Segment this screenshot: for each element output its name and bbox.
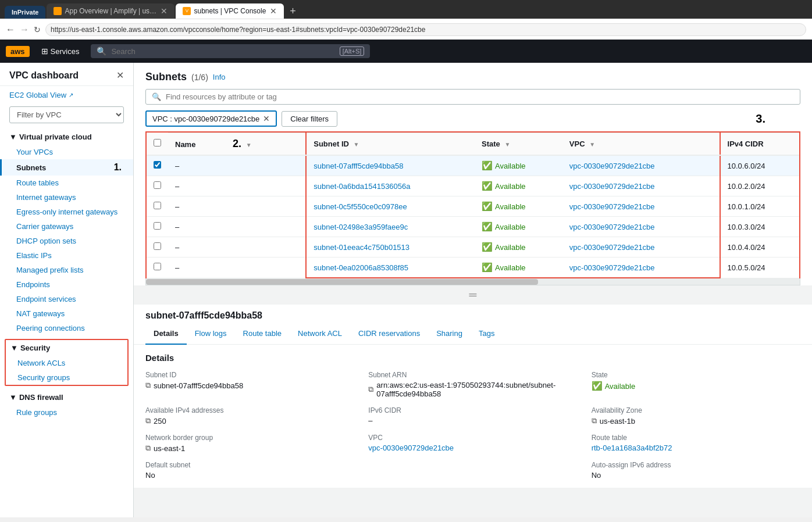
new-tab-button[interactable]: + [285, 4, 301, 19]
sidebar-section-header-vpc[interactable]: ▼ Virtual private cloud [0, 129, 133, 145]
sidebar-item-peering[interactable]: Peering connections [0, 321, 133, 335]
aws-logo[interactable]: aws [6, 46, 30, 57]
subnet-id-link[interactable]: subnet-01eeac4c750b01513 [314, 243, 409, 252]
sidebar-item-dhcp[interactable]: DHCP option sets [0, 234, 133, 248]
row-subnet-id[interactable]: subnet-0c5f550ce0c0978ee [306, 196, 475, 217]
sidebar-item-nat-gw[interactable]: NAT gateways [0, 306, 133, 321]
sidebar-item-network-acls[interactable]: Network ACLs [6, 356, 127, 370]
sidebar-item-endpoints[interactable]: Endpoints [0, 277, 133, 292]
copy-nbg-icon[interactable]: ⧉ [145, 444, 151, 453]
row-subnet-id[interactable]: subnet-02498e3a959faee9c [306, 217, 475, 237]
row-checkbox-cell[interactable] [147, 237, 168, 258]
services-menu[interactable]: ⊞ Services [37, 44, 84, 58]
sidebar-item-rule-groups[interactable]: Rule groups [0, 405, 133, 420]
copy-arn-icon[interactable]: ⧉ [368, 385, 373, 394]
row-vpc[interactable]: vpc-0030e90729de21cbe [562, 155, 713, 176]
vpc-link[interactable]: vpc-0030e90729de21cbe [569, 162, 655, 170]
tab-details[interactable]: Details [145, 323, 187, 345]
global-search-input[interactable] [111, 47, 334, 56]
row-checkbox[interactable] [154, 263, 161, 270]
row-checkbox-cell[interactable] [147, 258, 168, 278]
copy-az-icon[interactable]: ⧉ [592, 416, 597, 426]
filter-search-input[interactable] [166, 92, 794, 101]
sidebar-item-carrier-gw[interactable]: Carrier gateways [0, 219, 133, 234]
divider-handle[interactable]: ═ [469, 289, 477, 301]
sidebar-item-your-vpcs[interactable]: Your VPCs [0, 145, 133, 159]
subnet-id-link[interactable]: subnet-0a6bda1541536056a [314, 182, 410, 191]
col-vpc-sort[interactable]: ▼ [589, 141, 595, 148]
tab-sharing[interactable]: Sharing [428, 323, 471, 345]
col-name-sort[interactable]: ▼ [246, 142, 252, 148]
row-subnet-id[interactable]: subnet-01eeac4c750b01513 [306, 237, 475, 258]
vpc-link[interactable]: vpc-0030e90729de21cbe [569, 202, 655, 211]
tab-tags[interactable]: Tags [471, 323, 503, 345]
row-subnet-id[interactable]: subnet-07afff5cde94bba58 [306, 155, 475, 176]
subnet-id-link[interactable]: subnet-02498e3a959faee9c [314, 223, 408, 231]
col-state-sort[interactable]: ▼ [504, 141, 510, 148]
row-checkbox-cell[interactable] [147, 217, 168, 237]
copy-ipv4-icon[interactable]: ⧉ [145, 416, 151, 426]
global-search-bar[interactable]: 🔍 [Alt+S] [91, 44, 370, 58]
sidebar-item-elastic-ips[interactable]: Elastic IPs [0, 248, 133, 263]
filter-search-box[interactable]: 🔍 [145, 89, 800, 105]
row-checkbox[interactable] [154, 161, 161, 169]
tab-network-acl[interactable]: Network ACL [290, 323, 350, 345]
amplify-tab-close[interactable]: ✕ [161, 6, 168, 16]
vpc-link[interactable]: vpc-0030e90729de21cbe [569, 243, 655, 252]
sidebar-item-subnets[interactable]: Subnets 1. [0, 159, 133, 176]
ec2-global-link[interactable]: EC2 Global View ↗ [0, 86, 133, 104]
field-vpc-value[interactable]: vpc-0030e90729de21cbe [368, 444, 577, 452]
row-subnet-id[interactable]: subnet-0ea02006a85308f85 [306, 258, 475, 278]
col-header-name[interactable]: Name 2. ▼ [168, 133, 306, 156]
sidebar-item-prefix-lists[interactable]: Managed prefix lists [0, 263, 133, 277]
browser-tab-vpc[interactable]: V subnets | VPC Console ✕ [176, 3, 284, 19]
sidebar-item-route-tables[interactable]: Route tables [0, 176, 133, 190]
tab-route-table[interactable]: Route table [235, 323, 290, 345]
row-checkbox-cell[interactable] [147, 155, 168, 176]
row-vpc[interactable]: vpc-0030e90729de21cbe [562, 176, 713, 196]
filter-vpc-select[interactable]: Filter by VPC [9, 106, 124, 123]
vpc-link[interactable]: vpc-0030e90729de21cbe [569, 263, 655, 272]
copy-subnet-id-icon[interactable]: ⧉ [145, 381, 151, 390]
filter-remove-icon[interactable]: ✕ [263, 114, 270, 123]
nav-back-button[interactable]: ← [6, 24, 15, 35]
col-header-ipv4[interactable]: IPv4 CIDR [720, 133, 799, 156]
nav-forward-button[interactable]: → [20, 24, 29, 35]
row-vpc[interactable]: vpc-0030e90729de21cbe [562, 196, 713, 217]
col-header-subnet-id[interactable]: Subnet ID ▼ [306, 133, 475, 156]
vpc-link[interactable]: vpc-0030e90729de21cbe [569, 182, 655, 191]
vpc-link[interactable]: vpc-0030e90729de21cbe [569, 223, 655, 231]
address-input[interactable] [45, 23, 806, 36]
checkbox-header[interactable] [147, 133, 168, 156]
row-checkbox[interactable] [154, 222, 161, 230]
col-header-state[interactable]: State ▼ [475, 133, 562, 156]
sidebar-item-security-groups[interactable]: Security groups [6, 370, 127, 385]
tab-cidr-reservations[interactable]: CIDR reservations [350, 323, 428, 345]
sidebar-item-internet-gw[interactable]: Internet gateways [0, 190, 133, 205]
subnet-id-link[interactable]: subnet-0ea02006a85308f85 [314, 263, 408, 272]
field-route-table-value[interactable]: rtb-0e1a168a3a4bf2b72 [592, 444, 800, 452]
subnet-id-link[interactable]: subnet-07afff5cde94bba58 [314, 162, 403, 170]
browser-tab-amplify[interactable]: App Overview | Amplify | us-east... ✕ [47, 3, 174, 19]
row-subnet-id[interactable]: subnet-0a6bda1541536056a [306, 176, 475, 196]
row-checkbox[interactable] [154, 181, 161, 189]
vpc-tab-close[interactable]: ✕ [270, 6, 277, 16]
sidebar-section-header-security[interactable]: ▼ Security [6, 340, 127, 356]
sidebar-item-egress-gw[interactable]: Egress-only internet gateways [0, 205, 133, 219]
info-link[interactable]: Info [213, 73, 226, 81]
row-vpc[interactable]: vpc-0030e90729de21cbe [562, 258, 713, 278]
tab-flow-logs[interactable]: Flow logs [187, 323, 235, 345]
sidebar-section-header-dns[interactable]: ▼ DNS firewall [0, 389, 133, 405]
nav-refresh-button[interactable]: ↻ [34, 25, 41, 34]
subnet-id-link[interactable]: subnet-0c5f550ce0c0978ee [314, 202, 407, 211]
col-header-vpc[interactable]: VPC ▼ [562, 133, 713, 156]
col-subnet-id-sort[interactable]: ▼ [354, 141, 359, 148]
browser-tab-inprivate[interactable]: InPrivate [5, 6, 45, 19]
clear-filters-button[interactable]: Clear filters [282, 111, 337, 127]
row-checkbox-cell[interactable] [147, 196, 168, 217]
row-vpc[interactable]: vpc-0030e90729de21cbe [562, 237, 713, 258]
select-all-checkbox[interactable] [154, 139, 161, 146]
row-vpc[interactable]: vpc-0030e90729de21cbe [562, 217, 713, 237]
row-checkbox-cell[interactable] [147, 176, 168, 196]
sidebar-close-icon[interactable]: ✕ [116, 70, 124, 81]
